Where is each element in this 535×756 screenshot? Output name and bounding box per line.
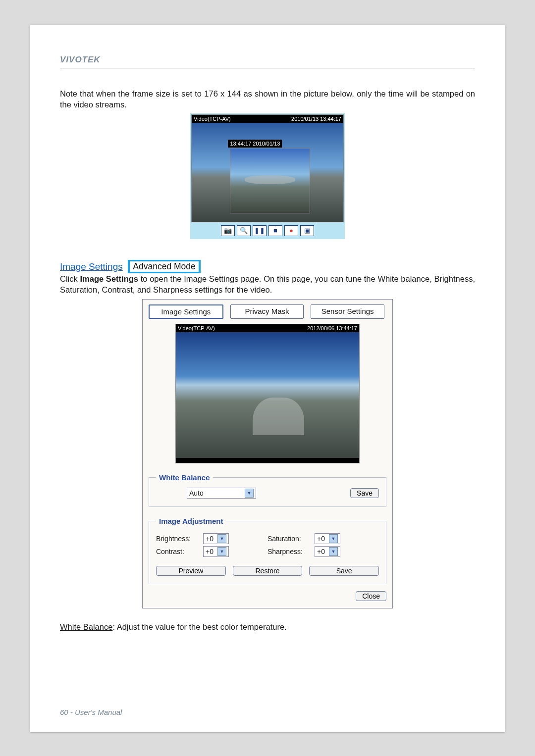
white-balance-save-button[interactable]: Save [350,488,379,498]
chevron-down-icon: ▼ [217,547,226,556]
brightness-select[interactable]: +0 ▼ [203,533,229,544]
white-balance-group: White Balance Auto ▼ Save [149,473,386,507]
brand-header: VIVOTEK [60,55,475,65]
camera-icon[interactable]: 📷 [221,225,235,236]
preview-button[interactable]: Preview [156,566,226,576]
white-balance-select[interactable]: Auto ▼ [187,488,256,499]
saturation-select[interactable]: +0 ▼ [315,533,340,544]
record-icon[interactable]: ● [284,225,298,236]
contrast-label: Contrast: [156,548,198,555]
restore-button[interactable]: Restore [233,566,303,576]
chevron-down-icon: ▼ [329,534,338,543]
video-stream-small: 13:44:17 2010/01/13 [192,123,343,222]
close-button[interactable]: Close [356,591,386,601]
tab-image-settings[interactable]: Image Settings [149,304,223,319]
image-settings-link[interactable]: Image Settings [60,261,123,272]
viewer-small: Video(TCP-AV) 2010/01/13 13:44:17 13:44:… [190,113,345,239]
section-heading: Image Settings Advanced Mode [60,260,475,273]
dialog-tabs: Image Settings Privacy Mask Sensor Setti… [149,304,384,319]
zoom-icon[interactable]: 🔍 [237,225,251,236]
contrast-select[interactable]: +0 ▼ [203,546,229,557]
pause-icon[interactable]: ❚❚ [253,225,267,236]
tab-privacy-mask[interactable]: Privacy Mask [230,304,304,319]
desc-bold: Image Settings [80,274,138,283]
image-adj-save-button[interactable]: Save [309,566,379,576]
wb-desc-label: White Balance [60,622,112,631]
page-footer: 60 - User's Manual [60,708,122,716]
stop-icon[interactable]: ■ [268,225,282,236]
image-settings-dialog: Image Settings Privacy Mask Sensor Setti… [142,299,393,608]
wb-desc-text: : Adjust the value for the best color te… [112,622,286,631]
chevron-down-icon: ▼ [245,489,254,498]
sharpness-label: Sharpness: [268,548,310,555]
white-balance-description: White Balance: Adjust the value for the … [60,621,475,632]
image-settings-description: Click Image Settings to open the Image S… [60,273,475,296]
tab-sensor-settings[interactable]: Sensor Settings [311,304,384,319]
sharpness-select[interactable]: +0 ▼ [315,546,340,557]
viewer-toolbar: 📷 🔍 ❚❚ ■ ● ▣ [191,222,344,238]
caption-left: Video(TCP-AV) [194,116,231,122]
brightness-value: +0 [206,535,214,543]
caption-right: 2010/01/13 13:44:17 [291,116,341,122]
video-stream-large [176,332,359,458]
video-caption: Video(TCP-AV) 2010/01/13 13:44:17 [192,115,343,123]
video-pane-small: Video(TCP-AV) 2010/01/13 13:44:17 13:44:… [191,114,344,222]
thumbnail-inset [230,149,310,213]
sharpness-value: +0 [317,548,325,555]
saturation-value: +0 [317,535,325,543]
caption-left-large: Video(TCP-AV) [178,325,215,331]
brightness-label: Brightness: [156,535,198,543]
image-adjustment-legend: Image Adjustment [156,517,226,525]
advanced-mode-badge: Advanced Mode [128,260,200,273]
video-pane-large: Video(TCP-AV) 2012/08/06 13:44:17 [175,324,360,463]
chevron-down-icon: ▼ [329,547,338,556]
timestamp-overlay: 13:44:17 2010/01/13 [228,140,282,148]
video-caption-large: Video(TCP-AV) 2012/08/06 13:44:17 [176,324,359,332]
header-divider [60,68,475,68]
white-balance-legend: White Balance [156,473,213,482]
white-balance-value: Auto [189,489,204,497]
intro-paragraph: Note that when the frame size is set to … [60,88,475,110]
fullscreen-icon[interactable]: ▣ [300,225,314,236]
saturation-label: Saturation: [268,535,310,543]
image-adjustment-group: Image Adjustment Brightness: +0 ▼ Satura… [149,517,386,584]
caption-right-large: 2012/08/06 13:44:17 [307,325,357,331]
contrast-value: +0 [206,548,214,555]
desc-pre: Click [60,274,80,283]
chevron-down-icon: ▼ [217,534,226,543]
